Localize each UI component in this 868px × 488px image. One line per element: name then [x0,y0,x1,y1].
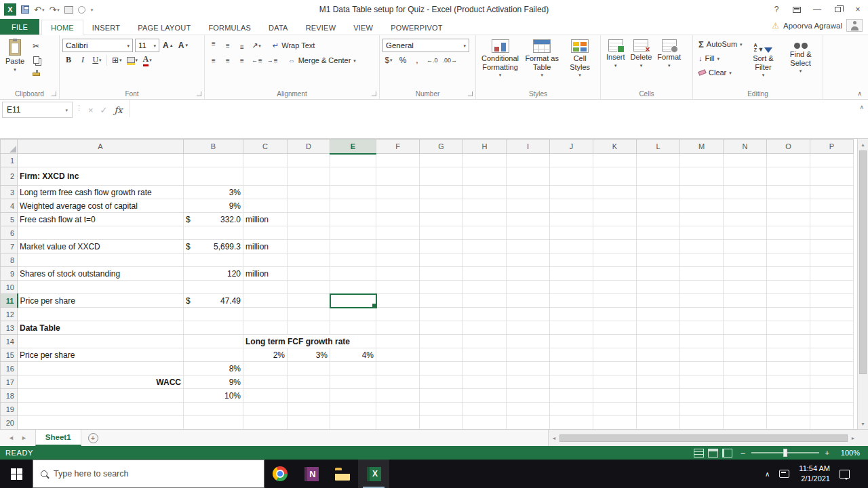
close-button[interactable]: × [848,1,868,18]
restore-button[interactable] [827,1,848,18]
cell-I17[interactable] [507,375,550,389]
row-header-15[interactable]: 15 [1,348,18,362]
cell-E17[interactable] [330,375,376,389]
cell-D6[interactable] [288,226,330,240]
cell-L20[interactable] [637,416,680,430]
cell-I3[interactable] [507,186,550,199]
cell-L7[interactable] [637,240,680,253]
account-name[interactable]: Apoorva Agrawal [783,22,842,30]
cell-K8[interactable] [593,253,637,267]
cell-P11[interactable] [810,294,854,308]
cell-M15[interactable] [680,348,724,362]
cell-O19[interactable] [767,403,810,416]
cell-L2[interactable] [637,167,680,186]
row-header-2[interactable]: 2 [1,167,18,186]
cell-F9[interactable] [376,267,420,281]
row-header-6[interactable]: 6 [1,226,18,240]
cell-H17[interactable] [463,375,507,389]
cell-I2[interactable] [507,167,550,186]
format-painter-button[interactable] [30,68,42,81]
cell-I10[interactable] [507,281,550,294]
cell-F6[interactable] [376,226,420,240]
cell-N17[interactable] [724,375,767,389]
cell-B17[interactable]: 9% [184,375,243,389]
cell-G2[interactable] [420,167,463,186]
cell-D17[interactable] [288,375,330,389]
cell-J17[interactable] [550,375,593,389]
taskbar-chrome-button[interactable] [264,460,296,488]
cell-E1[interactable] [330,154,376,167]
cell-E18[interactable] [330,389,376,403]
cell-N12[interactable] [724,308,767,321]
column-header-L[interactable]: L [637,140,680,154]
cell-B14[interactable] [184,335,243,348]
taskbar-search-box[interactable]: Type here to search [33,460,264,488]
cell-E19[interactable] [330,403,376,416]
copy-button[interactable] [30,54,42,66]
minimize-button[interactable]: — [807,1,827,18]
cell-J15[interactable] [550,348,593,362]
cell-G7[interactable] [420,240,463,253]
cell-C8[interactable] [243,253,288,267]
column-header-C[interactable]: C [243,140,288,154]
cell-L3[interactable] [637,186,680,199]
cell-O13[interactable] [767,321,810,335]
cell-H3[interactable] [463,186,507,199]
cell-N3[interactable] [724,186,767,199]
cell-J4[interactable] [550,199,593,213]
cell-H12[interactable] [463,308,507,321]
wrap-text-button[interactable]: ↵ Wrap Text [270,39,317,52]
page-layout-view-button[interactable] [708,449,718,458]
cell-M14[interactable] [680,335,724,348]
cell-M8[interactable] [680,253,724,267]
cell-D11[interactable] [288,294,330,308]
collapse-ribbon-button[interactable]: ∧ [857,90,862,97]
column-header-G[interactable]: G [420,140,463,154]
cell-H15[interactable] [463,348,507,362]
middle-align-button[interactable]: ≡ [222,40,234,51]
cell-A8[interactable] [18,253,184,267]
cell-J7[interactable] [550,240,593,253]
cell-D16[interactable] [288,362,330,375]
cell-P4[interactable] [810,199,854,213]
cell-I14[interactable] [507,335,550,348]
cell-K11[interactable] [593,294,637,308]
cell-K12[interactable] [593,308,637,321]
row-header-11[interactable]: 11 [1,294,18,308]
cell-J19[interactable] [550,403,593,416]
row-header-18[interactable]: 18 [1,389,18,403]
cell-P1[interactable] [810,154,854,167]
number-format-select[interactable]: General▾ [382,39,469,52]
font-size-select[interactable]: 11▾ [135,39,159,52]
insert-function-button[interactable]: ƒx [115,105,123,115]
column-header-E[interactable]: E [330,140,376,154]
cell-E9[interactable] [330,267,376,281]
cell-K3[interactable] [593,186,637,199]
cell-C4[interactable] [243,199,288,213]
cell-I9[interactable] [507,267,550,281]
cell-O6[interactable] [767,226,810,240]
column-header-M[interactable]: M [680,140,724,154]
select-all-corner[interactable] [1,140,18,154]
cell-P3[interactable] [810,186,854,199]
cell-O1[interactable] [767,154,810,167]
zoom-in-button[interactable]: + [825,449,829,457]
cell-D7[interactable] [288,240,330,253]
column-header-I[interactable]: I [507,140,550,154]
cell-H9[interactable] [463,267,507,281]
cell-J3[interactable] [550,186,593,199]
cell-E20[interactable] [330,416,376,430]
cell-G11[interactable] [420,294,463,308]
cell-M6[interactable] [680,226,724,240]
cell-K10[interactable] [593,281,637,294]
merge-center-button[interactable]: ⇔ Merge & Center ▾ [285,54,359,67]
zoom-level[interactable]: 100% [835,449,860,457]
cell-B8[interactable] [184,253,243,267]
format-as-table-button[interactable]: Format as Table ▾ [521,37,562,77]
cell-A1[interactable] [18,154,184,167]
cell-I13[interactable] [507,321,550,335]
cell-P5[interactable] [810,213,854,226]
cell-A10[interactable] [18,281,184,294]
formula-input[interactable]: ∧ [130,100,868,138]
cell-B1[interactable] [184,154,243,167]
